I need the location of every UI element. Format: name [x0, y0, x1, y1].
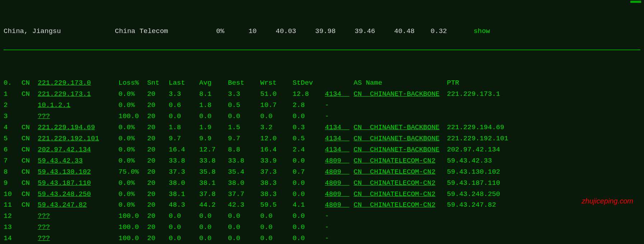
avg-ms: 1.8	[199, 100, 228, 111]
ip-address[interactable]: 10.1.2.1	[38, 100, 118, 111]
stdev-ms: 2.4	[293, 144, 325, 155]
last-ms: 9.7	[169, 133, 199, 144]
col-snt: Snt	[147, 78, 169, 89]
col-best: Best	[228, 78, 260, 89]
as-number[interactable]: 4134	[325, 89, 354, 100]
last-ms: 37.3	[169, 166, 199, 178]
hop-row: 12???100.0200.00.00.00.00.0-	[4, 211, 640, 222]
as-name	[354, 222, 447, 233]
loss-pct: 0.0%	[118, 133, 147, 144]
stdev-ms: 2.8	[293, 100, 325, 111]
ptr-record	[447, 233, 640, 244]
sent: 20	[147, 166, 169, 178]
last-ms: 38.1	[169, 189, 199, 200]
avg-ms: 0.0	[199, 222, 228, 233]
hop-number: 13	[4, 222, 22, 233]
as-name[interactable]: CN CHINANET-BACKBONE	[354, 122, 447, 133]
country-code	[22, 211, 38, 222]
ip-address[interactable]: 59.43.187.110	[38, 178, 118, 189]
hop-row: 3???100.0200.00.00.00.00.0-	[4, 111, 640, 122]
loss-pct: 100.0	[118, 211, 147, 222]
ip-address[interactable]: 59.43.248.250	[38, 189, 118, 200]
loss-pct: 0.0%	[118, 178, 147, 189]
country-code: CN	[22, 200, 38, 211]
top-right-bar	[630, 1, 641, 3]
as-name[interactable]: CN CHINANET-BACKBONE	[354, 144, 447, 155]
as-name[interactable]: CN CHINATELECOM-CN2	[354, 178, 447, 189]
summary-row: China, Jiangsu China Telecom 0% 10 40.03…	[4, 26, 640, 37]
summary-stdev: 0.32	[415, 26, 447, 37]
ptr-record: 221.229.192.101	[447, 133, 640, 144]
header-row: 0.CN221.229.173.0Loss%SntLastAvgBestWrst…	[4, 78, 640, 89]
stdev-ms: 0.0	[293, 155, 325, 166]
ip-address[interactable]: ???	[38, 222, 118, 233]
last-ms: 0.0	[169, 111, 199, 122]
as-name	[354, 233, 447, 244]
ip-address[interactable]: 59.43.130.102	[38, 166, 118, 178]
loss-pct: 0.0%	[118, 100, 147, 111]
ptr-record	[447, 111, 640, 122]
ip-address[interactable]: 221.229.194.69	[38, 122, 118, 133]
worst-ms: 16.4	[260, 144, 293, 155]
col-as	[325, 78, 354, 89]
worst-ms: 0.0	[260, 111, 293, 122]
sent: 20	[147, 189, 169, 200]
sent: 20	[147, 133, 169, 144]
as-number[interactable]: 4134	[325, 133, 354, 144]
last-ms: 3.3	[169, 89, 199, 100]
best-ms: 0.0	[228, 233, 260, 244]
avg-ms: 0.0	[199, 233, 228, 244]
as-number[interactable]: 4809	[325, 200, 354, 211]
ip-address[interactable]: ???	[38, 233, 118, 244]
hop-row: 6CN202.97.42.1340.0%2016.412.78.816.42.4…	[4, 144, 640, 155]
best-ms: 0.0	[228, 222, 260, 233]
ip-address[interactable]: 59.43.247.82	[38, 200, 118, 211]
stdev-ms: 0.7	[293, 166, 325, 178]
last-ms: 33.8	[169, 155, 199, 166]
last-ms: 0.0	[169, 211, 199, 222]
stdev-ms: 4.1	[293, 200, 325, 211]
ip-address[interactable]: 221.229.192.101	[38, 133, 118, 144]
ip-address[interactable]: ???	[38, 211, 118, 222]
worst-ms: 0.0	[260, 222, 293, 233]
col-ptr: PTR	[447, 78, 640, 89]
as-name[interactable]: CN CHINANET-BACKBONE	[354, 133, 447, 144]
as-number: -	[325, 233, 354, 244]
as-number[interactable]: 4134	[325, 122, 354, 133]
ip-address[interactable]: 202.97.42.134	[38, 144, 118, 155]
as-number[interactable]: 4809	[325, 166, 354, 178]
as-number[interactable]: 4809	[325, 189, 354, 200]
ip-address[interactable]: 59.43.42.33	[38, 155, 118, 166]
as-name[interactable]: CN CHINATELECOM-CN2	[354, 200, 447, 211]
as-number[interactable]: 4809	[325, 178, 354, 189]
avg-ms: 35.8	[199, 166, 228, 178]
ptr-record	[447, 222, 640, 233]
divider-line	[4, 50, 640, 50]
country-code: CN	[22, 122, 38, 133]
best-ms: 0.0	[228, 111, 260, 122]
as-number[interactable]: 4134	[325, 144, 354, 155]
last-ms: 38.0	[169, 178, 199, 189]
hop-number: 2	[4, 100, 22, 111]
best-ms: 33.8	[228, 155, 260, 166]
worst-ms: 51.0	[260, 89, 293, 100]
as-number[interactable]: 4809	[325, 155, 354, 166]
hop-number: 4	[4, 122, 22, 133]
show-link[interactable]: show	[447, 26, 490, 37]
as-name[interactable]: CN CHINATELECOM-CN2	[354, 189, 447, 200]
hop-number: 6	[4, 144, 22, 155]
ip-address[interactable]: 221.229.173.1	[38, 89, 118, 100]
loss-pct: 0.0%	[118, 155, 147, 166]
worst-ms: 3.2	[260, 122, 293, 133]
hop-row: 210.1.2.10.0%200.61.80.510.72.8-	[4, 100, 640, 111]
sent: 20	[147, 200, 169, 211]
sent: 20	[147, 211, 169, 222]
as-number: -	[325, 111, 354, 122]
country-code	[22, 233, 38, 244]
as-name[interactable]: CN CHINANET-BACKBONE	[354, 89, 447, 100]
ip-address[interactable]: ???	[38, 111, 118, 122]
as-name[interactable]: CN CHINATELECOM-CN2	[354, 166, 447, 178]
col-ip: 221.229.173.0	[38, 78, 118, 89]
as-name[interactable]: CN CHINATELECOM-CN2	[354, 155, 447, 166]
hop-row: 4CN221.229.194.690.0%201.81.91.53.20.341…	[4, 122, 640, 133]
